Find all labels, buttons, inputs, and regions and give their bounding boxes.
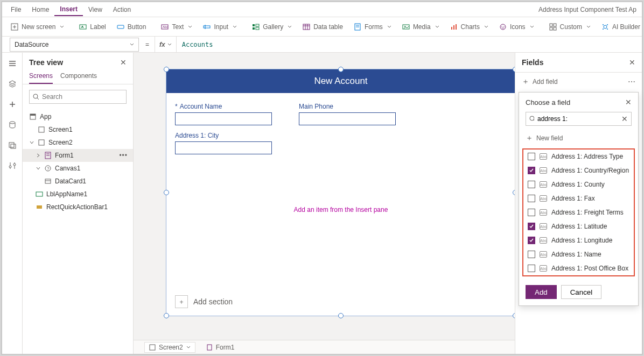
address-city-input[interactable] [175,141,272,154]
breadcrumb-screen2[interactable]: Screen2 [144,342,195,353]
fields-close-button[interactable]: ✕ [629,58,635,67]
field-option-label: Address 1: Fax [551,195,595,202]
checkbox[interactable] [528,251,535,258]
add-button[interactable]: Add [526,285,557,299]
svg-point-62 [530,116,534,120]
chevron-down-icon[interactable] [186,345,191,350]
gallery-button[interactable]: Gallery [247,21,297,33]
field-option[interactable]: AbcAddress 1: Country/Region [523,163,634,177]
tree-close-button[interactable]: ✕ [120,58,127,67]
rail-data[interactable] [5,117,20,132]
breadcrumb-form1[interactable]: Form1 [202,343,239,352]
menu-file[interactable]: File [5,4,26,16]
account-name-input[interactable] [175,112,272,125]
checkbox[interactable] [528,167,535,174]
more-icon[interactable]: ⋯ [628,77,635,86]
button-label: Button [128,23,146,31]
new-field-button[interactable]: ＋ New field [519,130,638,146]
checkbox[interactable] [528,223,535,230]
checkbox[interactable] [528,153,535,160]
field-option[interactable]: AbcAddress 1: Post Office Box [523,261,634,275]
choose-close-button[interactable]: ✕ [625,98,632,106]
property-label: DataSource [15,41,48,48]
svg-rect-9 [253,24,255,26]
chevron-down-icon [60,25,64,29]
menu-home[interactable]: Home [26,4,54,16]
fx-button[interactable]: fx [155,37,177,52]
checkbox[interactable] [528,195,535,202]
button-button[interactable]: Button [111,21,152,33]
field-option[interactable]: AbcAddress 1: Address Type [523,149,634,163]
search-icon [529,116,534,122]
checkbox[interactable] [528,181,535,188]
field-option[interactable]: AbcAddress 1: Name [523,247,634,261]
forms-button[interactable]: Forms [348,21,397,33]
main-phone-input[interactable] [299,112,396,125]
tab-components[interactable]: Components [60,72,97,84]
svg-rect-28 [550,24,552,26]
selection-handle[interactable] [164,67,169,72]
chevron-down-icon[interactable] [36,166,41,171]
tree-node-canvas1[interactable]: ?Canvas1 [23,162,133,175]
svg-point-45 [33,94,38,98]
property-selector[interactable]: DataSource [10,38,139,52]
selection-handle[interactable] [338,313,344,318]
field-option[interactable]: AbcAddress 1: Longitude [523,233,634,247]
menu-view[interactable]: View [83,4,108,16]
tree-node-screen2[interactable]: Screen2 [23,136,133,149]
selection-handle[interactable] [164,313,169,318]
rail-tools[interactable] [5,158,20,173]
svg-rect-60 [150,345,155,350]
svg-point-42 [10,122,15,124]
tree-node-app[interactable]: App [23,110,133,123]
form-card[interactable]: New Account *Account Name Main Phone [166,69,515,316]
text-button[interactable]: Abc Text [156,21,198,33]
field-option[interactable]: AbcAddress 1: Freight Terms [523,205,634,219]
field-option[interactable]: AbcAddress 1: County [523,177,634,191]
charts-icon [450,23,458,31]
tab-screens[interactable]: Screens [29,72,53,84]
chevron-right-icon[interactable] [36,153,41,158]
choose-search[interactable]: ✕ [526,112,632,126]
choose-search-input[interactable] [537,115,618,123]
formula-input[interactable]: Accounts [177,37,642,52]
rail-tree[interactable] [5,76,20,91]
add-section-button[interactable]: ＋ Add section [175,295,233,308]
checkbox[interactable] [528,209,535,216]
input-button[interactable]: Input [198,21,242,33]
field-option[interactable]: AbcAddress 1: Latitude [523,219,634,233]
data-table-button[interactable]: Data table [297,21,348,33]
selection-handle[interactable] [513,67,515,72]
tree-node-datacard1[interactable]: DataCard1 [23,175,133,188]
tree-node-form1[interactable]: Form1••• [23,149,133,162]
plus-icon: ＋ [526,133,533,143]
more-icon[interactable]: ••• [119,152,131,159]
tree-node-lblappname[interactable]: LblAppName1 [23,188,133,201]
tree-node-rectquickactionbar[interactable]: RectQuickActionBar1 [23,201,133,213]
media-button[interactable]: Media [397,21,445,33]
tree-search-input[interactable] [42,93,123,101]
cancel-button[interactable]: Cancel [561,285,602,299]
label-button[interactable]: Label [74,21,111,33]
checkbox[interactable] [528,265,535,272]
add-field-button[interactable]: ＋ Add field [522,77,558,87]
clear-search-button[interactable]: ✕ [621,115,628,123]
selection-handle[interactable] [338,67,344,72]
icons-button[interactable]: Icons [494,21,540,33]
field-option[interactable]: AbcAddress 1: Fax [523,191,634,205]
rail-insert[interactable] [5,97,20,112]
menu-action[interactable]: Action [108,4,136,16]
new-screen-button[interactable]: New screen [5,21,69,33]
rail-hamburger[interactable] [5,56,20,71]
ai-builder-button[interactable]: AI Builder [596,21,644,33]
custom-button[interactable]: Custom [544,21,596,33]
rail-media[interactable] [5,138,20,153]
tree-search[interactable] [29,90,127,104]
field-account-name: *Account Name [175,103,272,125]
selection-handle[interactable] [513,313,515,318]
charts-button[interactable]: Charts [445,21,494,33]
checkbox[interactable] [528,237,535,244]
menu-insert[interactable]: Insert [54,3,83,16]
chevron-down-icon[interactable] [29,140,34,145]
tree-node-screen1[interactable]: Screen1 [23,123,133,136]
